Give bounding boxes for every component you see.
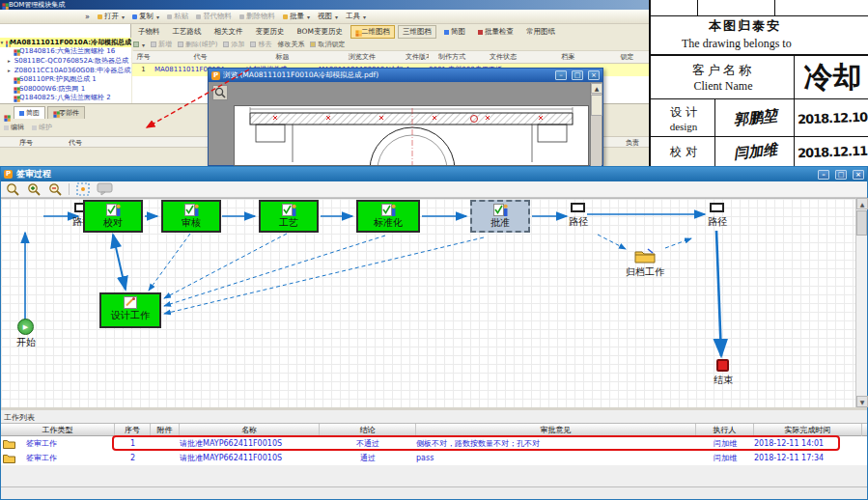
tab-bom-change-history[interactable]: BOM变更历史 (293, 25, 348, 39)
zoom-icon[interactable] (5, 181, 20, 197)
tree-item[interactable]: Q1840825:八角法兰面螺栓 2 (0, 94, 131, 103)
col-archive[interactable]: 档案 (531, 51, 605, 64)
tree-item[interactable]: S08110PR:护风圈总成 1 (0, 74, 131, 84)
col-finish-time[interactable]: 实际完成时间 (754, 424, 862, 437)
tab-sketch-lower[interactable]: 简图 (14, 106, 45, 119)
edit-button[interactable]: 编辑 (4, 123, 24, 132)
node-path-2[interactable] (571, 203, 585, 212)
col-code-lower[interactable]: 代号 (56, 137, 95, 149)
col-comment[interactable]: 审批意见 (416, 424, 696, 437)
expander-closed-icon[interactable]: ▸ (8, 68, 11, 73)
workflow-titlebar[interactable]: P 签审过程 – □ × (1, 167, 867, 181)
tree-root[interactable]: ▾ MA08111011F0010A:冷却模拟总成 (0, 38, 131, 47)
node-craft[interactable]: 工艺 (259, 200, 319, 233)
scroll-up-icon[interactable]: ▲ (591, 83, 602, 94)
col-file-status[interactable]: 文件状态 (475, 51, 531, 64)
node-start[interactable]: ▶ (17, 319, 34, 335)
tab-common-drawings[interactable]: 常用图纸 (521, 25, 560, 39)
add-doc-button[interactable]: 新增 (151, 40, 172, 49)
preview-zoom-button[interactable] (212, 85, 228, 100)
menu-open-button[interactable]: 打开▾ (94, 11, 128, 23)
col-result[interactable]: 结论 (320, 424, 416, 437)
node-proofread[interactable]: 校对 (83, 200, 143, 233)
design-date-cell: 2018.12.10 (796, 99, 868, 136)
modify-relation-button[interactable]: 修改关系 (277, 40, 304, 49)
tab-sub-material[interactable]: 子物料 (133, 25, 165, 39)
remove-doc-button[interactable]: 移去 (250, 40, 271, 49)
preview-titlebar[interactable]: P 浏览 (MA08111011F0010A冷却模拟总成.pdf) – □ × (209, 69, 602, 82)
col-title[interactable]: 标题 (246, 51, 319, 64)
tab-process-route[interactable]: 工艺路线 (168, 25, 207, 39)
tab-3d-drawings[interactable]: 三维图档 (398, 25, 436, 39)
close-button[interactable]: × (853, 170, 864, 180)
unlock-button[interactable]: 取消锁定 (310, 40, 345, 49)
expander-open-icon[interactable]: ▾ (0, 40, 4, 45)
col-no-lower[interactable]: 序号 (10, 137, 42, 149)
col-owner[interactable]: 负责 (618, 137, 647, 149)
tab-parts-lower[interactable]: 零部件 (47, 106, 85, 119)
col-work-type[interactable]: 工作类型 (1, 424, 115, 437)
locate-node-icon[interactable] (75, 181, 91, 197)
maximize-button[interactable]: □ (572, 70, 583, 80)
canvas-scrollbar[interactable]: ▲ ▼ (855, 198, 867, 407)
scroll-up-icon[interactable]: ▲ (856, 198, 868, 209)
minimize-button[interactable]: – (555, 70, 567, 80)
col-name[interactable]: 名称 (180, 424, 320, 437)
work-list-row-1[interactable]: 签审工作 1 请批准MAYP662411F0010S 不通过 侧板不对，路数按数… (1, 436, 867, 451)
node-end[interactable] (716, 359, 729, 372)
tab-sketch[interactable]: 简图 (439, 25, 470, 39)
menu-tools-button[interactable]: 工具▾ (342, 11, 370, 23)
preview-scrollbar[interactable]: ▲ (590, 83, 602, 166)
menu-paste-button[interactable]: 粘贴 (163, 11, 192, 23)
col-executor[interactable]: 执行人 (696, 424, 754, 437)
comment-icon[interactable] (97, 182, 114, 196)
node-standardize[interactable]: 标准化 (356, 200, 420, 233)
tree-item[interactable]: Q1840816:六角法兰面螺栓 16 (0, 47, 131, 57)
lock-icon (310, 42, 316, 47)
tab-change-history[interactable]: 变更历史 (251, 25, 290, 39)
tree-item[interactable]: S08000W6:防虫网 1 (0, 84, 131, 94)
cad-drawing-sheet[interactable] (234, 105, 589, 166)
node-path-3[interactable] (710, 203, 724, 212)
node-archive[interactable] (634, 248, 656, 264)
dropdown-arrow-icon: ▾ (156, 14, 159, 20)
zoom-out-icon[interactable] (47, 181, 63, 197)
pdm-logo-icon: P (4, 170, 13, 179)
work-list-row-2[interactable]: 签审工作 2 请批准MAYP662411F0010S 通过 pass 闫加维 2… (1, 451, 867, 465)
scroll-down-icon[interactable]: ▼ (856, 396, 868, 407)
menu-overflow-chevron-icon[interactable]: » (85, 13, 90, 21)
menu-batch-button[interactable]: 批量▾ (279, 11, 314, 23)
tab-2d-drawings[interactable]: 二维图档 (350, 25, 395, 39)
node-approve[interactable]: 批准 (470, 200, 530, 233)
tab-batch-check[interactable]: 批量检查 (473, 25, 518, 39)
menu-copy-button[interactable]: 复制▾ (128, 11, 163, 23)
col-lock[interactable]: 锁定 (605, 51, 649, 64)
delete-doc-button[interactable]: 删除(维护) (178, 40, 217, 49)
view-mode-button[interactable]: ▾ (133, 42, 145, 48)
preview-window: P 浏览 (MA08111011F0010A冷却模拟总成.pdf) – □ × (208, 68, 603, 166)
maximize-button[interactable]: □ (835, 170, 847, 180)
node-review[interactable]: 审核 (161, 200, 221, 233)
scroll-thumb[interactable] (591, 95, 602, 116)
col-seq[interactable]: 序号 (115, 424, 151, 437)
col-file-version[interactable]: 文件版本 (406, 51, 429, 64)
minimize-button[interactable]: – (818, 170, 829, 180)
menu-delete-material-button[interactable]: 删除物料 (236, 11, 279, 23)
tab-related-files[interactable]: 相关文件 (210, 25, 248, 39)
col-make-method[interactable]: 制作方式 (429, 51, 475, 64)
tree-item[interactable]: ▸ S0811BC-QC0760852A:散热器总成 1 (0, 56, 131, 66)
col-browse-file[interactable]: 浏览文件 (319, 51, 406, 64)
menu-view-button[interactable]: 视图▾ (314, 11, 342, 23)
menu-replace-material-button[interactable]: 替代物料 (192, 11, 236, 23)
col-no[interactable]: 序号 (132, 51, 154, 64)
tree-item[interactable]: ▸ Z08011CC10A0360G0B:中冷器总成 1 (0, 66, 131, 75)
zoom-in-icon[interactable] (26, 181, 42, 197)
expander-closed-icon[interactable]: ▸ (8, 58, 11, 64)
col-attachment[interactable]: 附件 (151, 424, 180, 437)
col-code[interactable]: 代号 (154, 51, 246, 64)
maintain-button[interactable]: 维护 (32, 123, 52, 132)
node-design-work[interactable]: 设计工作 (99, 292, 161, 328)
attach-doc-button[interactable]: 添加 (223, 40, 244, 49)
scroll-thumb[interactable] (856, 210, 867, 236)
close-button[interactable]: × (588, 70, 600, 80)
